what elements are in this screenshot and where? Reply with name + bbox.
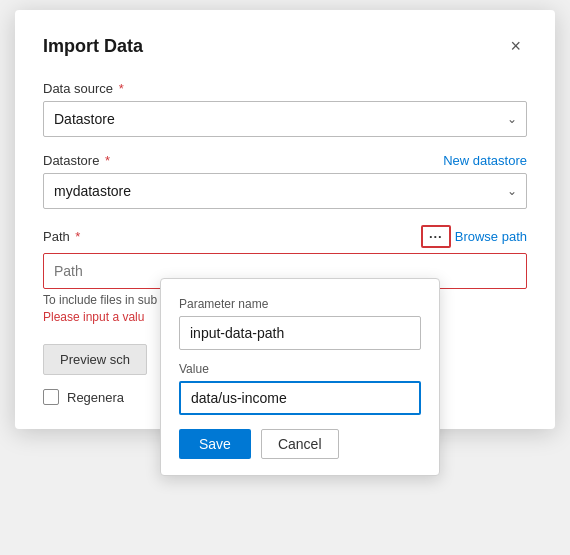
- regenerate-label: Regenera: [67, 390, 124, 405]
- new-datastore-link[interactable]: New datastore: [443, 153, 527, 168]
- data-source-select[interactable]: Datastore: [43, 101, 527, 137]
- browse-path-area: ··· Browse path: [421, 225, 527, 248]
- param-name-input[interactable]: [179, 316, 421, 350]
- datastore-label: Datastore *: [43, 153, 110, 168]
- path-required: *: [72, 229, 81, 244]
- datastore-select[interactable]: mydatastore: [43, 173, 527, 209]
- param-value-label: Value: [179, 362, 421, 376]
- parameter-popover: Parameter name Value Save Cancel: [160, 278, 440, 476]
- param-value-input[interactable]: [179, 381, 421, 415]
- datastore-header: Datastore * New datastore: [43, 153, 527, 168]
- popover-cancel-button[interactable]: Cancel: [261, 429, 339, 459]
- datastore-group: Datastore * New datastore mydatastore ⌄: [43, 153, 527, 209]
- modal-header: Import Data ×: [43, 34, 527, 59]
- close-button[interactable]: ×: [504, 34, 527, 59]
- modal-title: Import Data: [43, 36, 143, 57]
- popover-actions: Save Cancel: [179, 429, 421, 459]
- datastore-select-wrapper: mydatastore ⌄: [43, 173, 527, 209]
- popover-save-button[interactable]: Save: [179, 429, 251, 459]
- regenerate-checkbox[interactable]: [43, 389, 59, 405]
- data-source-group: Data source * Datastore ⌄: [43, 81, 527, 137]
- import-data-modal: Import Data × Data source * Datastore ⌄ …: [15, 10, 555, 429]
- browse-dots-button[interactable]: ···: [421, 225, 451, 248]
- preview-schema-button[interactable]: Preview sch: [43, 344, 147, 375]
- data-source-label: Data source *: [43, 81, 527, 96]
- datastore-required: *: [101, 153, 110, 168]
- param-name-label: Parameter name: [179, 297, 421, 311]
- data-source-select-wrapper: Datastore ⌄: [43, 101, 527, 137]
- data-source-required: *: [115, 81, 124, 96]
- modal-overlay: Import Data × Data source * Datastore ⌄ …: [0, 0, 570, 555]
- path-label: Path *: [43, 229, 80, 244]
- path-section-header: Path * ··· Browse path: [43, 225, 527, 248]
- browse-path-link[interactable]: Browse path: [455, 229, 527, 244]
